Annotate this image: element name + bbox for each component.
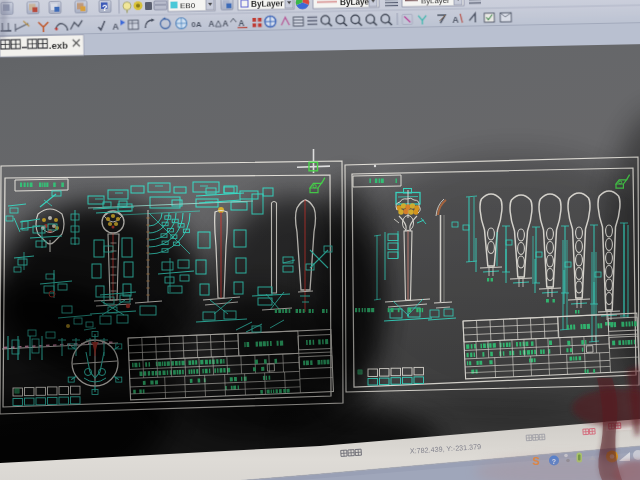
svg-text:ByLayer: ByLayer [340, 0, 373, 7]
svg-text:A: A [208, 19, 214, 29]
svg-text:A: A [452, 15, 459, 25]
svg-text:0A: 0A [191, 20, 202, 29]
svg-text:A: A [112, 22, 119, 32]
svg-text:?: ? [102, 2, 108, 12]
svg-text:A: A [238, 18, 244, 28]
svg-text:A: A [222, 18, 228, 28]
svg-text:ByLayer: ByLayer [251, 0, 284, 9]
svg-text:.exb: .exb [49, 39, 68, 50]
svg-text:ByLayer: ByLayer [421, 0, 450, 6]
svg-text:EB0: EB0 [180, 1, 196, 10]
